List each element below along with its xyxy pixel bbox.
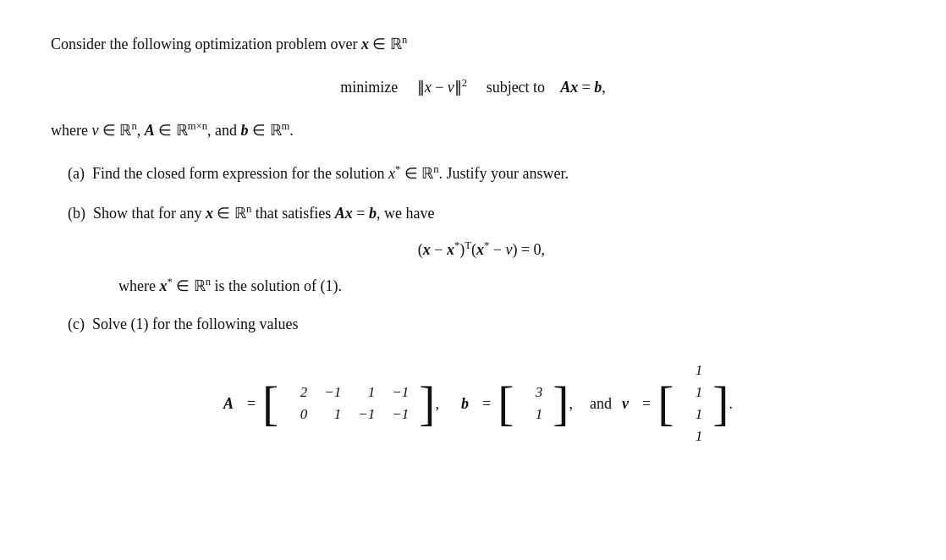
cell-b-0: 3: [524, 384, 542, 401]
equals-b: =: [482, 395, 491, 413]
part-b-label: (b) Show that for any x ∈ ℝn that satisf…: [68, 205, 434, 222]
bracket-A-right: ]: [419, 379, 435, 428]
cell-A-01: −1: [322, 384, 341, 401]
cell-A-13: −1: [390, 406, 409, 423]
cell-v-2: 1: [684, 406, 702, 423]
where-text: where v ∈ ℝn, A ∈ ℝm×n, and b ∈ ℝm.: [51, 122, 294, 139]
matrix-A-inner: 2 −1 1 −1 0 1 −1 −1: [282, 381, 415, 426]
cell-v-0: 1: [684, 362, 702, 379]
part-c: (c) Solve (1) for the following values A…: [51, 316, 895, 448]
part-c-label: (c) Solve (1) for the following values: [68, 316, 298, 332]
var-x: x: [361, 36, 369, 52]
cell-v-1: 1: [684, 384, 702, 401]
matrix-v-wrap: [ 1 1 1 1 ]: [657, 359, 729, 448]
matrix-b-inner: 3 1: [517, 381, 549, 426]
intro-text: Consider the following optimization prob…: [51, 36, 407, 52]
cell-A-11: 1: [322, 406, 341, 423]
intro-line: Consider the following optimization prob…: [51, 34, 895, 53]
minimize-label: minimize ‖x − v‖2 subject to Ax = b,: [340, 79, 606, 96]
cell-A-02: 1: [356, 384, 375, 401]
matrix-b-label: b: [461, 395, 469, 413]
part-b-equation: (x − x*)T(x* − v) = 0,: [68, 239, 895, 259]
and-word: and: [590, 395, 612, 413]
cell-v-3: 1: [684, 428, 702, 445]
minimize-line: minimize ‖x − v‖2 subject to Ax = b,: [51, 77, 895, 96]
cell-A-00: 2: [289, 384, 307, 401]
final-period: .: [729, 395, 734, 413]
part-b: (b) Show that for any x ∈ ℝn that satisf…: [51, 203, 895, 295]
bracket-b-left: [: [498, 379, 514, 428]
matrix-A-wrap: [ 2 −1 1 −1 0 1 −1 −1 ]: [262, 379, 435, 428]
where-line: where v ∈ ℝn, A ∈ ℝm×n, and b ∈ ℝm.: [51, 120, 895, 140]
matrix-v-inner: 1 1 1 1: [677, 359, 709, 448]
bracket-v-left: [: [657, 379, 674, 428]
bracket-b-right: ]: [553, 379, 569, 428]
comma-b: ,: [569, 395, 574, 413]
matrix-section: A = [ 2 −1 1 −1 0 1 −1 −1 ] , b =: [68, 359, 895, 448]
part-b-sub-where: where x* ∈ ℝn is the solution of (1).: [68, 276, 895, 295]
part-a: (a) Find the closed form expression for …: [51, 163, 895, 183]
comma-A: ,: [435, 395, 439, 413]
cell-A-12: −1: [356, 406, 375, 423]
bracket-v-right: ]: [712, 379, 729, 428]
part-a-label: (a) Find the closed form expression for …: [68, 165, 569, 182]
matrix-v-label: v: [622, 395, 629, 413]
cell-b-1: 1: [524, 406, 542, 423]
matrix-b-wrap: [ 3 1 ]: [498, 379, 569, 428]
cell-A-10: 0: [289, 406, 307, 423]
cell-A-03: −1: [390, 384, 409, 401]
equals-v: =: [642, 395, 651, 413]
matrix-A-label: A: [223, 395, 234, 413]
bracket-A-left: [: [262, 379, 278, 428]
page-content: Consider the following optimization prob…: [51, 34, 895, 448]
equals-A: =: [247, 395, 256, 413]
